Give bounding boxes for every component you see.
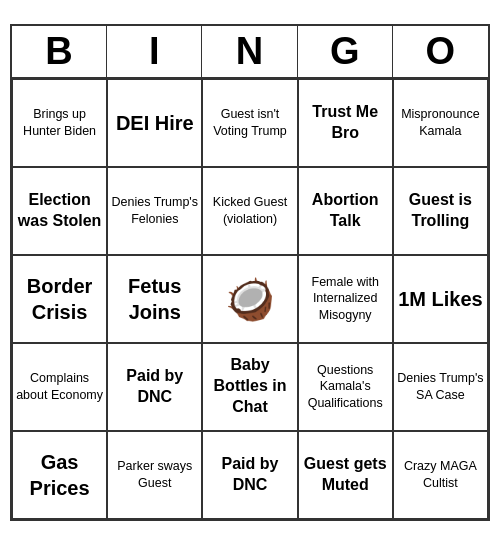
bingo-cell: 🥥 <box>202 255 297 343</box>
bingo-card: BINGO Brings up Hunter BidenDEI HireGues… <box>10 24 490 521</box>
bingo-letter: B <box>12 26 107 79</box>
bingo-cell: Brings up Hunter Biden <box>12 79 107 167</box>
bingo-letter: N <box>202 26 297 79</box>
bingo-letter: O <box>393 26 488 79</box>
bingo-cell: 1M Likes <box>393 255 488 343</box>
bingo-cell: Parker sways Guest <box>107 431 202 519</box>
bingo-header: BINGO <box>12 26 488 79</box>
bingo-cell: Questions Kamala's Qualifications <box>298 343 393 431</box>
bingo-cell: Trust Me Bro <box>298 79 393 167</box>
bingo-cell: Denies Trump's Felonies <box>107 167 202 255</box>
bingo-cell: Guest isn't Voting Trump <box>202 79 297 167</box>
bingo-cell: Denies Trump's SA Case <box>393 343 488 431</box>
bingo-cell: Guest gets Muted <box>298 431 393 519</box>
bingo-cell: Guest is Trolling <box>393 167 488 255</box>
bingo-cell: Female with Internalized Misogyny <box>298 255 393 343</box>
bingo-cell: Gas Prices <box>12 431 107 519</box>
bingo-cell: DEI Hire <box>107 79 202 167</box>
bingo-cell: Mispronounce Kamala <box>393 79 488 167</box>
bingo-cell: Paid by DNC <box>202 431 297 519</box>
bingo-grid: Brings up Hunter BidenDEI HireGuest isn'… <box>12 79 488 519</box>
bingo-cell: Abortion Talk <box>298 167 393 255</box>
bingo-cell: Kicked Guest (violation) <box>202 167 297 255</box>
bingo-cell: Baby Bottles in Chat <box>202 343 297 431</box>
bingo-cell: Border Crisis <box>12 255 107 343</box>
bingo-cell: Election was Stolen <box>12 167 107 255</box>
bingo-letter: G <box>298 26 393 79</box>
bingo-cell: Fetus Joins <box>107 255 202 343</box>
bingo-letter: I <box>107 26 202 79</box>
bingo-cell: Crazy MAGA Cultist <box>393 431 488 519</box>
bingo-cell: Complains about Economy <box>12 343 107 431</box>
bingo-cell: Paid by DNC <box>107 343 202 431</box>
